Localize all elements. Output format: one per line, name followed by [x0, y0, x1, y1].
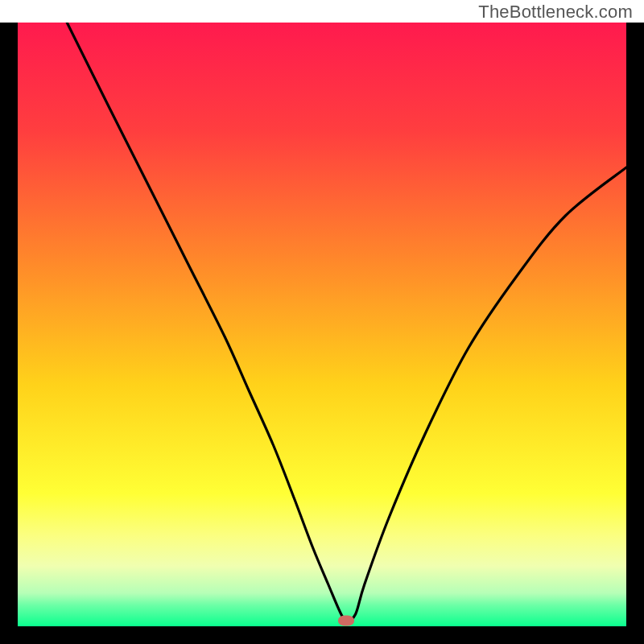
optimum-marker [338, 616, 354, 626]
plot-area [18, 23, 626, 626]
bottleneck-curve [18, 23, 626, 626]
chart-frame [0, 23, 644, 644]
watermark-text: TheBottleneck.com [478, 2, 633, 23]
